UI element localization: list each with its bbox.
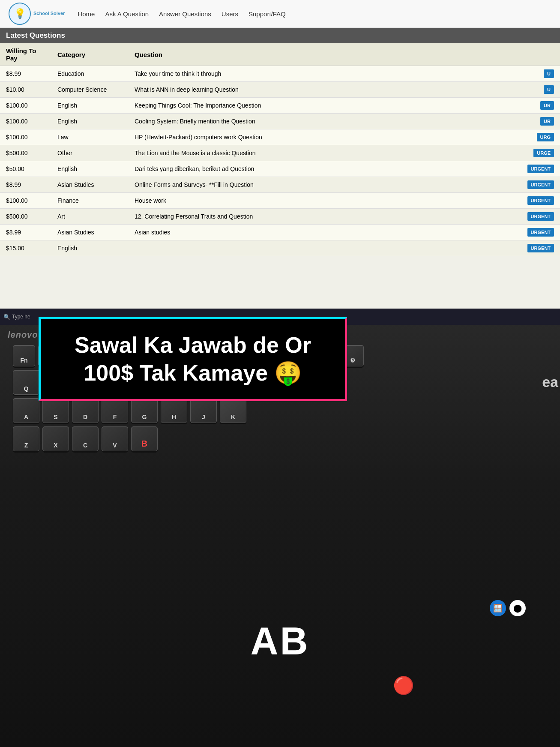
key-j[interactable]: J: [190, 398, 217, 423]
nav-answer[interactable]: Answer Questions: [159, 10, 211, 18]
windows-icon[interactable]: 🪟: [490, 600, 506, 616]
cell-question: Cooling System: Briefly mention the Ques…: [129, 114, 521, 129]
cell-btn[interactable]: URGENT: [521, 225, 560, 240]
bottom-taskbar: 🪟 ⬤: [490, 600, 526, 616]
table-container: Latest Questions Willing To Pay Category…: [0, 28, 560, 256]
key-h[interactable]: H: [161, 398, 187, 423]
ab-letters: AB: [251, 619, 310, 663]
cell-btn[interactable]: URGENT: [521, 209, 560, 225]
nav-links: Home Ask A Question Answer Questions Use…: [78, 10, 285, 18]
urgent-button[interactable]: URGE: [533, 149, 554, 157]
urgent-button[interactable]: U: [544, 85, 554, 94]
screen-area: 💡 School Solver Home Ask A Question Answ…: [0, 0, 560, 309]
cell-question: 12. Correlating Personal Traits and Ques…: [129, 209, 521, 225]
overlay-banner: Sawal Ka Jawab de Or 100$ Tak Kamaye 🤑: [39, 317, 347, 401]
key-z[interactable]: Z: [13, 426, 39, 451]
cell-pay: $500.00: [0, 209, 51, 225]
cell-btn[interactable]: URGENT: [521, 177, 560, 193]
key-fn[interactable]: Fn: [13, 345, 35, 366]
key-x[interactable]: X: [42, 426, 69, 451]
col-header-q: Question: [129, 43, 521, 66]
cell-pay: $10.00: [0, 82, 51, 98]
table-row: $8.99 Asian Studies Online Forms and Sur…: [0, 177, 560, 193]
banner-box: Sawal Ka Jawab de Or 100$ Tak Kamaye 🤑: [39, 317, 347, 401]
key-a[interactable]: A: [13, 398, 39, 423]
key-f[interactable]: F: [102, 398, 128, 423]
table-row: $8.99 Education Take your time to think …: [0, 66, 560, 82]
cell-btn[interactable]: URGENT: [521, 193, 560, 209]
key-s[interactable]: S: [42, 398, 69, 423]
cell-category: English: [51, 98, 129, 114]
cell-btn[interactable]: URG: [521, 129, 560, 145]
cell-pay: $100.00: [0, 98, 51, 114]
questions-table: Willing To Pay Category Question $8.99 E…: [0, 43, 560, 256]
cell-question: HP (Hewlett-Packard) computers work Ques…: [129, 129, 521, 145]
cell-btn[interactable]: U: [521, 82, 560, 98]
cell-pay: $8.99: [0, 225, 51, 240]
nav-ask[interactable]: Ask A Question: [105, 10, 149, 18]
cell-category: English: [51, 114, 129, 129]
cell-btn[interactable]: U: [521, 66, 560, 82]
cell-question: Take your time to think it through: [129, 66, 521, 82]
urgent-button[interactable]: URG: [537, 133, 554, 141]
table-row: $100.00 Law HP (Hewlett-Packard) compute…: [0, 129, 560, 145]
key-g[interactable]: G: [131, 398, 158, 423]
col-header-cat: Category: [51, 43, 129, 66]
urgent-button[interactable]: URGENT: [527, 212, 554, 221]
cell-category: Finance: [51, 193, 129, 209]
urgent-button[interactable]: UR: [540, 101, 554, 110]
cell-category: Art: [51, 209, 129, 225]
urgent-button[interactable]: URGENT: [527, 165, 554, 173]
nav-users[interactable]: Users: [222, 10, 238, 18]
nav-home[interactable]: Home: [78, 10, 95, 18]
col-header-btn: [521, 43, 560, 66]
cell-btn[interactable]: URGENT: [521, 161, 560, 177]
cell-btn[interactable]: UR: [521, 114, 560, 129]
cell-btn[interactable]: URGE: [521, 145, 560, 161]
table-row: $500.00 Other The Lion and the Mouse is …: [0, 145, 560, 161]
cell-category: Asian Studies: [51, 225, 129, 240]
cell-btn[interactable]: URGENT: [521, 240, 560, 256]
urgent-button[interactable]: URGENT: [527, 196, 554, 205]
table-row: $10.00 Computer Science What is ANN in d…: [0, 82, 560, 98]
urgent-button[interactable]: UR: [540, 117, 554, 126]
table-row: $500.00 Art 12. Correlating Personal Tra…: [0, 209, 560, 225]
urgent-button[interactable]: U: [544, 69, 554, 78]
cell-category: English: [51, 240, 129, 256]
banner-line1: Sawal Ka Jawab de Or: [56, 331, 329, 359]
urgent-button[interactable]: URGENT: [527, 244, 554, 252]
cell-question: [129, 240, 521, 256]
cell-category: English: [51, 161, 129, 177]
cell-category: Asian Studies: [51, 177, 129, 193]
cell-pay: $8.99: [0, 66, 51, 82]
cell-question: House work: [129, 193, 521, 209]
cell-question: What is ANN in deep learning Question: [129, 82, 521, 98]
taskbar-search-text: Type he: [12, 314, 30, 320]
table-row: $100.00 English Keeping Things Cool: The…: [0, 98, 560, 114]
taskbar-search: 🔍 Type he: [3, 314, 30, 320]
cell-category: Education: [51, 66, 129, 82]
key-row-4: Z X C V B: [13, 426, 544, 451]
key-v[interactable]: V: [102, 426, 128, 451]
lenovo-brand: lenovo: [8, 330, 38, 340]
table-row: $50.00 English Dari teks yang diberikan,…: [0, 161, 560, 177]
key-d[interactable]: D: [72, 398, 99, 423]
cell-pay: $500.00: [0, 145, 51, 161]
nav-support[interactable]: Support/FAQ: [249, 10, 286, 18]
cell-btn[interactable]: UR: [521, 98, 560, 114]
key-k[interactable]: K: [220, 398, 246, 423]
chrome-icon[interactable]: ⬤: [509, 600, 526, 616]
key-row-3: A S D F G H J K: [13, 398, 544, 423]
urgent-button[interactable]: URGENT: [527, 180, 554, 189]
cell-pay: $8.99: [0, 177, 51, 193]
key-c[interactable]: C: [72, 426, 99, 451]
urgent-button[interactable]: URGENT: [527, 228, 554, 237]
table-row: $15.00 English URGENT: [0, 240, 560, 256]
cell-pay: $15.00: [0, 240, 51, 256]
cell-pay: $50.00: [0, 161, 51, 177]
key-q[interactable]: Q: [13, 370, 39, 395]
key-b[interactable]: B: [131, 426, 158, 451]
logo-icon: 💡: [9, 3, 31, 25]
table-row: $8.99 Asian Studies Asian studies URGENT: [0, 225, 560, 240]
nav-bar: 💡 School Solver Home Ask A Question Answ…: [0, 0, 560, 28]
